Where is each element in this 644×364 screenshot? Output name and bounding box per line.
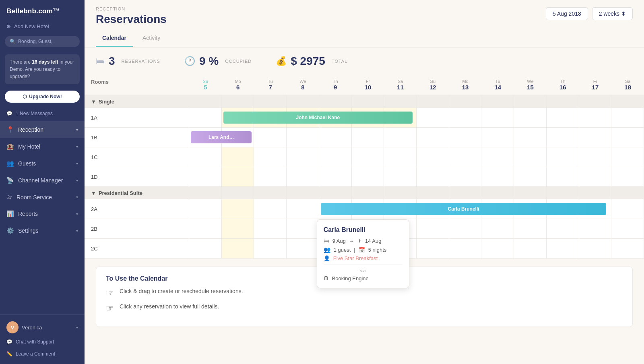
messages-icon: 💬: [6, 111, 12, 116]
avatar: V: [6, 321, 19, 333]
day-header-7: Tu7: [254, 75, 287, 95]
cell-1B-13[interactable]: [449, 128, 482, 147]
sidebar-item-guests[interactable]: 👥 Guests ▾: [0, 155, 85, 172]
day-header-16: Th16: [547, 75, 579, 95]
room-row-1A: 1A John Michael Kane: [85, 108, 644, 128]
cell-1A-16[interactable]: [547, 108, 579, 127]
collapse-icon: ▼: [91, 99, 96, 105]
settings-icon: ⚙️: [6, 227, 14, 234]
sidebar-item-room-service[interactable]: 🛎 Room Service ▾: [0, 189, 85, 205]
chevron-down-icon: ▾: [76, 145, 78, 149]
guest-count-icon: 👥: [324, 246, 330, 253]
cell-1A-12[interactable]: [417, 108, 449, 127]
rooms-column-header: Rooms: [85, 75, 189, 95]
group-presidential-header: ▼ Presidential Suite: [85, 187, 644, 199]
search-box[interactable]: 🔍: [5, 36, 80, 47]
hotel-icon: 🏨: [6, 143, 14, 150]
popup-guests-nights: 👥 1 guest | 📅 5 nights: [324, 246, 402, 253]
popup-dates: 🛏 9 Aug → ✈ 14 Aug: [324, 238, 402, 244]
room-row-1C: 1C: [85, 147, 644, 167]
checkout-icon: ✈: [357, 238, 362, 244]
info-hint-1: ☞ Click & drag to create or reschedule r…: [106, 288, 623, 298]
group-single-label[interactable]: ▼ Single: [85, 95, 189, 108]
cell-1B-10[interactable]: [352, 128, 384, 147]
channel-icon: 📡: [6, 177, 14, 184]
period-selector-button[interactable]: 2 weeks ⬍: [592, 7, 633, 20]
sidebar-item-settings[interactable]: ⚙️ Settings ▾: [0, 222, 85, 239]
search-input[interactable]: [18, 39, 75, 44]
cell-1A-5[interactable]: [189, 108, 222, 127]
plus-icon: ⊕: [6, 23, 11, 29]
reservation-carla-brunelli[interactable]: Carla Brunelli: [321, 203, 606, 215]
cell-1B-8[interactable]: [287, 128, 319, 147]
sidebar-item-reports[interactable]: 📊 Reports ▾: [0, 205, 85, 222]
reports-icon: 📊: [6, 210, 14, 217]
popup-booking-source: 🗓 Booking Engine: [324, 275, 402, 281]
calendar-grid: Rooms Su5 Mo6 Tu7 We8 Th9 Fr10 Sa11 Su12…: [85, 75, 644, 259]
chevron-down-icon: ▾: [76, 229, 78, 233]
day-header-10: Fr10: [352, 75, 384, 95]
cell-1B-14[interactable]: [481, 128, 514, 147]
tabs: Calendar Activity: [96, 31, 633, 47]
cell-1A-15[interactable]: [514, 108, 547, 127]
cell-1B-5[interactable]: Lars And…: [189, 128, 222, 147]
tab-activity[interactable]: Activity: [136, 31, 167, 47]
room-2B-label: 2B: [85, 219, 189, 238]
chat-support-button[interactable]: 💬 Chat with Support: [5, 336, 80, 348]
day-header-14: Tu14: [481, 75, 514, 95]
room-row-1B: 1B Lars And…: [85, 128, 644, 147]
group-single-header: ▼ Single: [85, 95, 644, 108]
upgrade-button[interactable]: ⬡ Upgrade Now!: [5, 91, 80, 103]
cell-2A-9[interactable]: Carla Brunelli Carla Brunelli 🛏 9 Aug → …: [319, 199, 352, 219]
sidebar-item-reception[interactable]: 📍 Reception ▾: [0, 121, 85, 138]
cell-1A-14[interactable]: [481, 108, 514, 127]
cell-1A-18[interactable]: [611, 108, 644, 127]
add-hotel-button[interactable]: ⊕ Add New Hotel: [5, 21, 80, 32]
group-presidential-label[interactable]: ▼ Presidential Suite: [85, 187, 189, 199]
drag-hand-icon: ☞: [106, 288, 114, 298]
stats-bar: 🛏 3 RESERVATIONS 🕐 9 % OCCUPIED 💰 $ 2975…: [85, 48, 644, 75]
cell-1B-12[interactable]: [417, 128, 449, 147]
user-profile[interactable]: V Veronica ▾: [5, 319, 80, 336]
app-logo: Bellebnb.com™: [0, 0, 85, 21]
reservation-lars[interactable]: Lars And…: [191, 131, 252, 143]
calendar-container: Rooms Su5 Mo6 Tu7 We8 Th9 Fr10 Sa11 Su12…: [85, 75, 644, 364]
leave-comment-button[interactable]: ✏️ Leave a Comment: [5, 348, 80, 360]
upgrade-icon: ⬡: [23, 94, 27, 99]
occupied-icon: 🕐: [184, 56, 195, 66]
chevron-down-icon: ▾: [76, 212, 78, 216]
room-1A-label: 1A: [85, 108, 189, 127]
reception-icon: 📍: [6, 126, 14, 133]
popup-guest-name: Carla Brunelli: [324, 226, 402, 234]
day-header-13: Mo13: [449, 75, 482, 95]
popup-via-label: via: [324, 268, 402, 273]
cell-1B-16[interactable]: [547, 128, 579, 147]
cell-1B-7[interactable]: [254, 128, 287, 147]
checkin-icon: 🛏: [324, 238, 329, 244]
guests-icon: 👥: [6, 160, 14, 167]
cell-1B-17[interactable]: [579, 128, 612, 147]
reservation-john-michael-kane[interactable]: John Michael Kane: [223, 112, 413, 124]
cell-1A-13[interactable]: [449, 108, 482, 127]
sidebar-item-channel-manager[interactable]: 📡 Channel Manager ▾: [0, 172, 85, 189]
cell-1B-15[interactable]: [514, 128, 547, 147]
stat-reservations: 🛏 3 RESERVATIONS: [96, 55, 160, 68]
day-header-18: Sa18: [611, 75, 644, 95]
room-1C-label: 1C: [85, 147, 189, 167]
date-picker-button[interactable]: 5 Aug 2018: [546, 7, 588, 20]
sidebar: Bellebnb.com™ ⊕ Add New Hotel 🔍 There ar…: [0, 0, 85, 364]
day-header-17: Fr17: [579, 75, 612, 95]
reservation-popup: Carla Brunelli 🛏 9 Aug → ✈ 14 Aug 👥 1 gu…: [317, 219, 409, 288]
cell-1B-18[interactable]: [611, 128, 644, 147]
cell-1A-6[interactable]: John Michael Kane: [222, 108, 254, 127]
cell-1A-17[interactable]: [579, 108, 612, 127]
cell-1B-9[interactable]: [319, 128, 352, 147]
room-2C-label: 2C: [85, 239, 189, 258]
sidebar-item-my-hotel[interactable]: 🏨 My Hotel ▾: [0, 138, 85, 155]
messages-button[interactable]: 💬 1 New Messages: [5, 108, 80, 119]
header-controls: 5 Aug 2018 2 weeks ⬍: [546, 7, 633, 20]
cell-1B-11[interactable]: [384, 128, 417, 147]
tab-calendar[interactable]: Calendar: [96, 31, 133, 47]
room-service-icon: 🛎: [6, 194, 12, 201]
sidebar-nav: 📍 Reception ▾ 🏨 My Hotel ▾ 👥 Guests ▾ 📡 …: [0, 121, 85, 314]
